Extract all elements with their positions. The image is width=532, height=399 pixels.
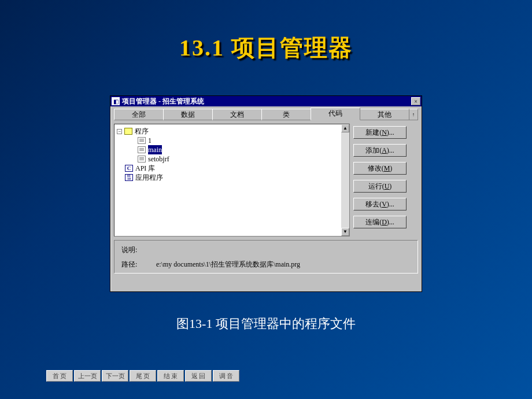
tree-node-programs[interactable]: − 程序 [117,127,347,136]
tree-label: 应用程序 [135,173,163,182]
binary-app-icon: 0110 [125,174,133,181]
add-button[interactable]: 添加(A)... [353,144,407,157]
new-button[interactable]: 新建(N)... [353,126,407,139]
tree-node-setobjrf[interactable]: setobjrf [117,154,347,164]
file-icon [138,137,146,144]
tree-label: 程序 [135,127,149,136]
close-button[interactable]: × [411,97,420,105]
path-label: 路径: [121,260,156,269]
c-library-icon: C [125,165,133,172]
tab-code[interactable]: 代码 [311,108,360,120]
nav-return[interactable]: 返 回 [185,370,212,382]
build-button[interactable]: 连编(D)... [353,216,407,228]
vertical-scrollbar[interactable]: ▲ ▼ [341,124,349,236]
tree-node-main[interactable]: main [117,145,347,154]
project-manager-window: ◧ 项目管理器 - 招生管理系统 × 全部 数据 文档 类 代码 其他 ↑ − … [110,95,422,292]
tree-label: setobjrf [148,154,169,164]
action-buttons: 新建(N)... 添加(A)... 修改(M) 运行(U) 移去(V)... 连… [353,124,407,237]
tree-label: 1 [148,136,152,145]
nav-end[interactable]: 结 束 [157,370,184,382]
scroll-down-icon[interactable]: ▼ [341,228,349,236]
figure-caption: 图13-1 项目管理器中的程序文件 [0,315,532,332]
titlebar: ◧ 项目管理器 - 招生管理系统 × [110,96,422,106]
run-button[interactable]: 运行(U) [353,180,407,193]
tab-strip: 全部 数据 文档 类 代码 其他 ↑ [110,106,422,120]
app-icon: ◧ [112,97,120,105]
modify-button[interactable]: 修改(M) [353,162,407,175]
description-panel: 说明: 路径: e:\my documents\1\招生管理系统数据库\main… [114,240,418,274]
path-value: e:\my documents\1\招生管理系统数据库\main.prg [156,260,300,269]
tab-all[interactable]: 全部 [114,109,164,120]
scroll-up-icon[interactable]: ▲ [341,124,349,132]
desc-label: 说明: [121,245,156,255]
tab-other[interactable]: 其他 [360,109,409,120]
tab-data[interactable]: 数据 [163,109,213,120]
file-icon [138,146,146,153]
slide-title: 13.1 项目管理器 [0,0,532,64]
nav-sound[interactable]: 调 音 [213,370,239,382]
tree-panel: − 程序 1 main setobjrf C API 库 0110 [114,124,350,237]
nav-first[interactable]: 首 页 [46,370,73,382]
expander-minus-icon[interactable]: − [117,129,122,134]
tree-node-api[interactable]: C API 库 [117,164,347,173]
tab-classes[interactable]: 类 [261,109,311,120]
window-title: 项目管理器 - 招生管理系统 [122,97,204,106]
file-icon [138,156,146,162]
tree-label: API 库 [135,164,155,173]
tree-label-selected: main [148,145,162,154]
nav-prev[interactable]: 上一页 [74,370,101,382]
work-area: − 程序 1 main setobjrf C API 库 0110 [110,120,422,240]
tree-node-app[interactable]: 0110 应用程序 [117,173,347,182]
nav-last[interactable]: 尾 页 [130,370,156,382]
tree-node-1[interactable]: 1 [117,136,347,145]
nav-next[interactable]: 下一页 [102,370,128,382]
slide-nav: 首 页 上一页 下一页 尾 页 结 束 返 回 调 音 [46,370,239,382]
folder-icon [124,128,132,135]
tab-collapse-arrow[interactable]: ↑ [409,109,418,120]
tab-docs[interactable]: 文档 [212,109,262,120]
remove-button[interactable]: 移去(V)... [353,198,407,210]
